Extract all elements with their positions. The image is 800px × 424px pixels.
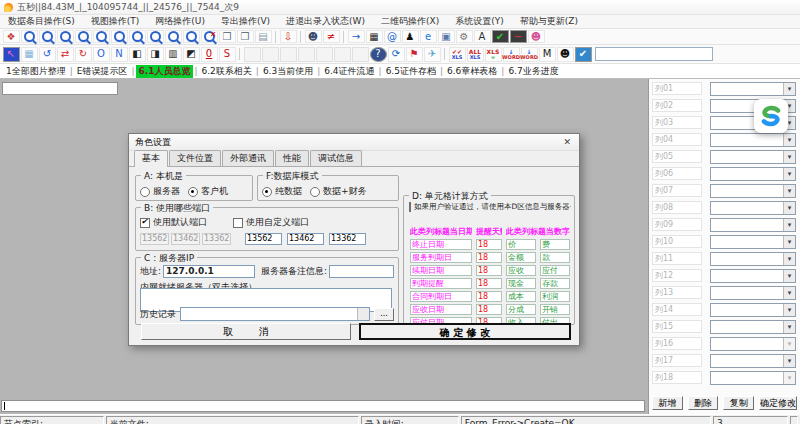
column-combo-12[interactable]: ▾ <box>710 269 796 283</box>
grid-number-cell-1[interactable]: 分成 <box>506 304 536 315</box>
menu-item-7[interactable]: 帮助与更新(Z) <box>512 15 586 28</box>
chevron-down-icon[interactable]: ▾ <box>783 355 795 367</box>
zoom-icon-1[interactable] <box>21 30 38 43</box>
menu-item-1[interactable]: 视图操作(T) <box>83 15 148 28</box>
grid-date-cell[interactable]: 应收日期 <box>410 304 472 315</box>
zoom-icon-8[interactable] <box>147 30 164 43</box>
add-button[interactable]: 新增 <box>652 396 683 410</box>
column-combo-11[interactable]: ▾ <box>710 252 796 266</box>
radio-pure-data[interactable]: 纯数据 <box>262 185 302 198</box>
confirm-modify-button[interactable]: 确 定 修 改 <box>359 323 571 340</box>
tab-2[interactable]: 6.1人员总览 <box>136 65 194 78</box>
board-icon-2[interactable]: ◨ <box>147 47 164 62</box>
column-label-12[interactable]: 列12 <box>652 269 702 282</box>
copy-list-icon[interactable]: ❐ <box>219 30 236 43</box>
board-icon-3[interactable]: ◩ <box>183 47 200 62</box>
tab-3[interactable]: 6.2联系相关 <box>199 65 255 78</box>
mask-icon[interactable]: ☻ <box>305 30 322 43</box>
column-combo-14[interactable]: ▾ <box>710 303 796 317</box>
checkbox-use-d-info[interactable]: 如果用户验证通过，请使用本D区信息与服务器一致 <box>409 202 571 212</box>
column-label-8[interactable]: 列08 <box>652 201 702 214</box>
grid-date-cell[interactable]: 续期日期 <box>410 265 472 276</box>
chevron-down-icon[interactable] <box>357 308 369 320</box>
qq-icon[interactable]: ♟ <box>402 30 419 43</box>
person-icon[interactable]: ☻ <box>557 47 574 62</box>
column-combo-10[interactable]: ▾ <box>710 235 796 249</box>
chevron-down-icon[interactable]: ▾ <box>783 287 795 299</box>
checkbox-default-ports[interactable]: 使用默认端口 <box>140 216 207 229</box>
menu-item-5[interactable]: 二维码操作(X) <box>373 15 447 28</box>
import-down-icon[interactable]: ⇩ <box>280 30 297 43</box>
remote-desktop-icon[interactable]: ▣ <box>438 30 455 43</box>
menu-item-2[interactable]: 网络操作(U) <box>147 15 213 28</box>
chevron-down-icon[interactable]: ▾ <box>783 151 795 163</box>
column-combo-6[interactable]: ▾ <box>710 167 796 181</box>
redo-icon[interactable]: ↻ <box>75 47 92 62</box>
column-combo-17[interactable]: ▾ <box>710 354 796 368</box>
tab-4[interactable]: 6.3当前使用 <box>260 65 316 78</box>
ie-icon[interactable]: e <box>420 30 437 43</box>
column-label-13[interactable]: 列13 <box>652 286 702 299</box>
verify-check-icon[interactable]: ✔ <box>575 47 592 62</box>
remove-circle-icon[interactable]: − <box>510 30 527 43</box>
grid-number-cell-1[interactable]: 现金 <box>506 278 536 289</box>
grid-number-cell-2[interactable]: 款 <box>540 252 570 263</box>
radio-data-finance[interactable]: 数据+财务 <box>310 185 367 198</box>
column-label-2[interactable]: 列02 <box>652 99 702 112</box>
tab-1[interactable]: E错误提示区 <box>74 65 131 78</box>
column-label-15[interactable]: 列15 <box>652 320 702 333</box>
confirm-circle-icon[interactable]: ✔ <box>492 30 509 43</box>
grid-days-cell[interactable]: 18 <box>476 278 502 289</box>
radio-server[interactable]: 服务器 <box>140 185 180 198</box>
column-combo-5[interactable]: ▾ <box>710 150 796 164</box>
menu-item-4[interactable]: 进退出录入状态(W) <box>278 15 373 28</box>
column-combo-7[interactable]: ▾ <box>710 184 796 198</box>
word-export-icon-2[interactable]: ↓WORD <box>521 47 538 62</box>
column-label-16[interactable]: 列16 <box>652 337 702 350</box>
grid-days-cell[interactable]: 18 <box>476 291 502 302</box>
close-icon[interactable]: ✕ <box>561 137 573 147</box>
chevron-down-icon[interactable]: ▾ <box>783 185 795 197</box>
jump-arrow-icon[interactable]: → <box>348 30 365 43</box>
dialog-tab-1[interactable]: 文件位置 <box>169 150 221 166</box>
column-label-9[interactable]: 列09 <box>652 218 702 231</box>
zoom-cancel-icon[interactable]: ✕ <box>201 30 218 43</box>
custom-port-1[interactable]: 13562 <box>245 233 282 245</box>
column-label-3[interactable]: 列03 <box>652 116 702 129</box>
zoom-icon-9[interactable] <box>165 30 182 43</box>
grid-number-cell-2[interactable]: 费 <box>540 239 570 250</box>
flag-sign-icon[interactable]: ⚑ <box>406 47 423 62</box>
column-label-14[interactable]: 列14 <box>652 303 702 316</box>
grid-number-cell-1[interactable]: 金额 <box>506 252 536 263</box>
grid-number-cell-2[interactable]: 开销 <box>540 304 570 315</box>
zoom-icon-7[interactable] <box>129 30 146 43</box>
left-cell-field[interactable] <box>2 82 118 95</box>
grid-days-cell[interactable]: 18 <box>476 265 502 276</box>
address-input[interactable]: 127.0.0.1 <box>163 265 255 278</box>
grid-number-cell-2[interactable]: 利润 <box>540 291 570 302</box>
zoom-icon-4[interactable] <box>75 30 92 43</box>
grid-number-cell-1[interactable]: 应收 <box>506 265 536 276</box>
column-label-17[interactable]: 列17 <box>652 354 702 367</box>
column-combo-1[interactable]: ▾ <box>710 82 796 96</box>
checkbox-custom-ports[interactable]: 使用自定义端口 <box>233 216 309 229</box>
dialog-tab-3[interactable]: 性能 <box>275 150 309 166</box>
chevron-down-icon[interactable]: ▾ <box>783 304 795 316</box>
cancel-button[interactable]: 取 消 <box>141 323 351 340</box>
copy-button[interactable]: 复制 <box>723 396 754 410</box>
grid-days-cell[interactable]: 18 <box>476 239 502 250</box>
grid-date-cell[interactable]: 服务到期日 <box>410 252 472 263</box>
zoom-icon-2[interactable] <box>39 30 56 43</box>
globe-help-icon[interactable]: ? <box>370 47 387 62</box>
paper-plane-icon[interactable]: ✈ <box>424 47 441 62</box>
film-icon[interactable]: ▥ <box>165 47 182 62</box>
column-combo-8[interactable]: ▾ <box>710 201 796 215</box>
binoculars-icon[interactable]: M <box>539 47 556 62</box>
chevron-down-icon[interactable]: ▾ <box>783 83 795 95</box>
board-icon-1[interactable]: ◧ <box>129 47 146 62</box>
chevron-down-icon[interactable]: ▾ <box>783 321 795 333</box>
font-size-icon[interactable]: A <box>474 30 491 43</box>
draw-arrow-icon[interactable]: ↖ <box>3 47 20 62</box>
tab-7[interactable]: 6.6章样表格 <box>444 65 500 78</box>
column-label-7[interactable]: 列07 <box>652 184 702 197</box>
